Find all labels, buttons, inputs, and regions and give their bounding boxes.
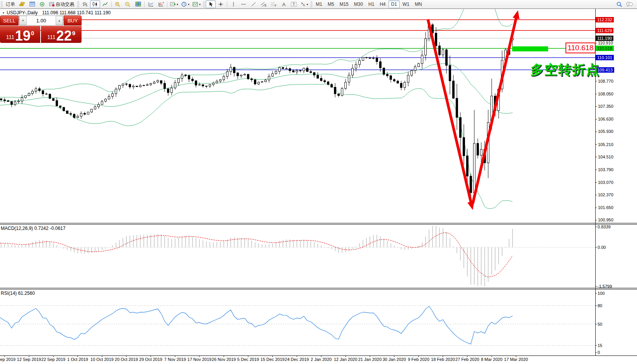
price-axis-tick: 103.790	[598, 167, 613, 172]
toolbar: 订单 自动交易 ▾ ▾ ▾ E F A T ▾ M1M5M15M30H1H4D1…	[0, 0, 637, 9]
ohlc-values: 111.096 111.668 110.741 111.190	[42, 10, 111, 15]
volume-stepper: ▼ ▲	[19, 15, 63, 26]
vertical-line-tool[interactable]	[228, 0, 238, 8]
autotrading-button[interactable]: 自动交易	[48, 0, 77, 8]
bar-chart-icon[interactable]	[80, 0, 90, 8]
text-label-tool[interactable]: T	[289, 0, 299, 8]
bid-prefix: 111	[6, 34, 14, 40]
template-dropdown[interactable]: ▾	[191, 0, 202, 8]
trendline-tool[interactable]	[249, 0, 259, 8]
rsi-label: RSI(14) 61.2560	[1, 291, 35, 296]
svg-text:F: F	[275, 4, 276, 7]
price-badge-111.190: 111.190	[596, 36, 613, 41]
indicator-list-icon[interactable]	[156, 0, 166, 8]
date-axis-label: 17 Mar 2020	[504, 357, 528, 362]
date-axis-label: 5 Dec 2019	[237, 357, 259, 362]
rsi-axis-tick: 0	[598, 350, 600, 355]
date-axis-label: 20 Oct 2019	[115, 357, 138, 362]
chart-canvas[interactable]	[0, 0, 637, 364]
ask-pip-digit: 9	[72, 30, 75, 36]
oneclick-toggle-icon[interactable]: ▾	[3, 11, 4, 15]
timeframe-mn[interactable]: MN	[412, 0, 425, 8]
macd-axis-tick: 0.00	[598, 245, 606, 250]
date-axis-label: 24 Dec 2019	[285, 357, 309, 362]
new-order-button[interactable]: 订单	[3, 0, 17, 8]
market-watch-icon[interactable]	[27, 0, 37, 8]
date-axis-label: 2 Jan 2020	[311, 357, 332, 362]
crosshair-tool[interactable]	[216, 0, 226, 8]
volume-input[interactable]	[27, 16, 56, 25]
volume-increase-button[interactable]: ▲	[56, 16, 63, 25]
equidistant-channel-tool[interactable]: E	[259, 0, 269, 8]
price-axis-tick: 108.050	[598, 92, 613, 96]
buy-button[interactable]: BUY	[64, 15, 82, 26]
timeframe-m15[interactable]: M15	[337, 0, 351, 8]
line-chart-icon[interactable]	[100, 0, 110, 8]
new-chart-dropdown[interactable]: ▾	[169, 0, 180, 8]
new-order-label: 订单	[6, 1, 15, 8]
mt4-terminal: { "toolbar": { "order_label": "订单", "aut…	[0, 0, 637, 364]
rsi-axis-tick: 100	[598, 291, 605, 296]
price-axis-tick: 108.770	[598, 79, 613, 83]
timeframe-w1[interactable]: W1	[400, 0, 412, 8]
fibonacci-tool[interactable]: F	[269, 0, 279, 8]
zoom-in-icon[interactable]	[113, 0, 123, 8]
timeframe-d1[interactable]: D1	[388, 0, 400, 8]
price-badge-110.101: 110.101	[596, 55, 614, 60]
chat-icon[interactable]	[624, 0, 635, 8]
date-axis-label: 9 Feb 2020	[408, 357, 429, 362]
macd-axis-tick: -1.5799	[598, 284, 612, 289]
arrows-tool-dropdown[interactable]: ▾	[299, 0, 310, 8]
horizontal-line-tool[interactable]	[238, 0, 249, 8]
date-axis-label: 15 Dec 2019	[261, 357, 284, 362]
period-clock-dropdown[interactable]: ▾	[180, 0, 191, 8]
timeframe-m30[interactable]: M30	[351, 0, 366, 8]
volume-decrease-button[interactable]: ▼	[19, 16, 27, 25]
date-axis-label: 8 Mar 2020	[481, 357, 502, 362]
price-axis-tick: 100.950	[598, 218, 613, 222]
turning-point-annotation: 多空转折点	[530, 61, 600, 79]
text-tool[interactable]: A	[279, 0, 289, 8]
price-level-callout: 110.618	[565, 43, 596, 53]
bid-big-digits: 19	[15, 30, 31, 42]
price-axis-tick: 106.630	[598, 117, 613, 121]
date-axis-label: 17 Nov 2019	[187, 357, 211, 362]
macd-label: MACD(12,26,9) 0.7242 -0.0617	[1, 226, 65, 231]
svg-text:E: E	[265, 4, 267, 7]
ask-price[interactable]: 111 22 9	[41, 26, 82, 43]
timeframe-bar: M1M5M15M30H1H4D1W1MN	[313, 0, 425, 8]
cursor-tool[interactable]	[206, 0, 216, 8]
gold-bars-icon[interactable]	[17, 0, 27, 8]
ea-signal-icon[interactable]	[37, 0, 48, 8]
price-axis-tick: 102.370	[598, 192, 613, 197]
date-axis-label: 29 Oct 2019	[139, 357, 162, 362]
ask-prefix: 111	[47, 34, 55, 40]
price-axis-tick: 110.910	[598, 41, 613, 45]
date-axis-label: 1 Oct 2019	[67, 357, 88, 362]
bid-pip-digit: 0	[31, 30, 34, 36]
price-axis-tick: 105.210	[598, 142, 613, 147]
timeframe-m1[interactable]: M1	[313, 0, 325, 8]
date-axis-label: 12 Jan 2020	[334, 357, 358, 362]
candlestick-chart-icon[interactable]	[90, 0, 100, 8]
data-window-icon[interactable]	[146, 0, 156, 8]
rsi-axis-tick: 15	[598, 343, 602, 348]
date-axis-label: 18 Feb 2020	[431, 357, 455, 362]
date-axis-label: 10 Oct 2019	[90, 357, 114, 362]
price-axis-tick: 107.350	[598, 104, 613, 109]
bid-price[interactable]: 111 19 0	[0, 26, 40, 43]
search-icon[interactable]	[614, 0, 624, 8]
tile-windows-icon[interactable]	[133, 0, 143, 8]
rsi-axis-tick: 80	[598, 303, 602, 308]
timeframe-h1[interactable]: H1	[366, 0, 377, 8]
symbol-period-label: USDJPY-,Daily	[7, 10, 37, 15]
toolbar-grip	[1, 1, 3, 7]
timeframe-m5[interactable]: M5	[325, 0, 337, 8]
price-badge-111.629: 111.629	[596, 28, 613, 33]
chart-title: ▾ USDJPY-,Daily 111.096 111.668 110.741 …	[3, 10, 111, 15]
timeframe-h4[interactable]: H4	[377, 0, 388, 8]
price-axis-tick: 101.650	[598, 205, 613, 210]
zoom-out-icon[interactable]	[123, 0, 133, 8]
date-axis-label: 21 Jan 2020	[358, 357, 382, 362]
sell-button[interactable]: SELL	[0, 15, 19, 26]
